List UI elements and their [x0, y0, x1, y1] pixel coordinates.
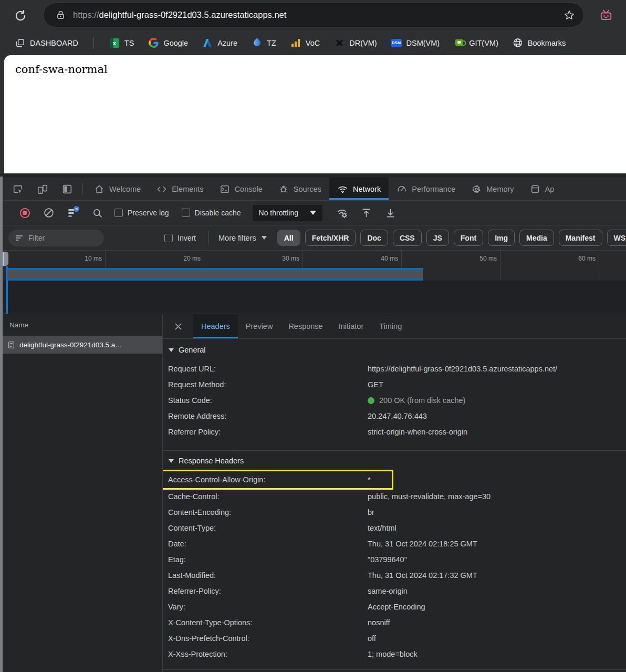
tick-label: 60 ms — [559, 251, 596, 266]
header-row-last-modified: Last-Modified: Thu, 31 Oct 2024 02:17:32… — [163, 567, 626, 583]
bookmark-ts[interactable]: x TS — [109, 38, 134, 48]
general-section-header[interactable]: General — [163, 339, 626, 361]
device-toolbar-button[interactable] — [30, 178, 55, 200]
devtools-tab-bar: Welcome Elements Console Sources Network… — [0, 178, 626, 201]
gauge-icon — [397, 184, 407, 194]
overview-activity-bar — [7, 268, 423, 281]
tab-label: Ap — [545, 185, 555, 193]
invert-checkbox[interactable]: Invert — [164, 234, 196, 242]
globe-icon — [513, 38, 523, 48]
details-tab-headers[interactable]: Headers — [193, 314, 238, 338]
bookmark-tz[interactable]: TZ — [252, 38, 276, 48]
filter-toggle-icon: × — [68, 209, 78, 217]
inspect-element-button[interactable] — [5, 178, 30, 200]
filter-input-box[interactable] — [8, 230, 104, 246]
code-icon — [156, 184, 167, 194]
disable-cache-checkbox[interactable]: Disable cache — [182, 209, 241, 217]
bookmark-git-vm[interactable]: GIT(VM) — [454, 38, 498, 48]
bookmark-google[interactable]: Google — [148, 38, 188, 48]
more-filters-label: More filters — [218, 234, 256, 242]
favorite-star-icon[interactable] — [564, 9, 575, 21]
filter-pill-css[interactable]: CSS — [393, 230, 422, 246]
filter-pill-js[interactable]: JS — [426, 230, 449, 246]
bookmark-label: Azure — [217, 39, 237, 47]
google-icon — [148, 38, 159, 48]
section-divider — [163, 669, 626, 670]
tab-label: Elements — [172, 185, 203, 193]
filter-pill-fetch-xhr[interactable]: Fetch/XHR — [305, 230, 356, 246]
close-details-button[interactable] — [163, 314, 193, 338]
export-har-button[interactable] — [378, 208, 402, 219]
clear-network-log-button[interactable] — [37, 207, 61, 219]
tab-label: Performance — [412, 185, 455, 193]
tab-sources[interactable]: Sources — [270, 178, 329, 200]
filter-pill-doc[interactable]: Doc — [360, 230, 388, 246]
details-tab-preview[interactable]: Preview — [238, 314, 281, 338]
chevron-down-icon — [310, 211, 316, 215]
invert-label: Invert — [178, 234, 196, 242]
tab-label: Network — [353, 185, 381, 193]
details-tab-timing[interactable]: Timing — [371, 314, 410, 338]
header-row-referrer-policy-response: Referrer-Policy: same-origin — [163, 583, 626, 599]
preserve-log-checkbox[interactable]: Preserve log — [114, 209, 169, 217]
network-conditions-button[interactable] — [330, 207, 354, 219]
browser-window: https://delightful-grass-0f2921d03.5.azu… — [0, 0, 626, 672]
import-arrow-up-icon — [361, 208, 372, 219]
bookmark-dr-vm[interactable]: ✕ DR(VM) — [334, 38, 377, 48]
request-list-name-column-header[interactable]: Name — [0, 314, 162, 336]
devtools-left-edge-scrollbar[interactable] — [0, 177, 3, 672]
filter-input[interactable] — [28, 234, 91, 242]
tab-welcome[interactable]: Welcome — [86, 178, 149, 200]
tab-console[interactable]: Console — [212, 178, 270, 200]
filter-pill-img[interactable]: Img — [488, 230, 515, 246]
details-tab-response[interactable]: Response — [280, 314, 330, 338]
details-tab-initiator[interactable]: Initiator — [331, 314, 372, 338]
filter-pill-media[interactable]: Media — [519, 230, 554, 246]
clear-icon — [43, 207, 55, 219]
bookmark-bookmarks[interactable]: Bookmarks — [513, 38, 566, 48]
header-row-x-dns-prefetch-control: X-Dns-Prefetch-Control: off — [163, 630, 626, 646]
import-har-button[interactable] — [354, 208, 378, 219]
tab-elements[interactable]: Elements — [149, 178, 211, 200]
search-button[interactable] — [85, 208, 109, 219]
more-filters-button[interactable]: More filters — [218, 234, 267, 242]
bar-chart-icon — [290, 38, 301, 48]
header-row-content-encoding: Content-Encoding: br — [163, 504, 626, 520]
filter-pill-all[interactable]: All — [277, 230, 300, 246]
address-bar[interactable]: https://delightful-grass-0f2921d03.5.azu… — [43, 3, 584, 27]
header-row-x-content-type-options: X-Content-Type-Options: nosniff — [163, 615, 626, 630]
header-row-request-method: Request Method: GET — [163, 377, 626, 392]
record-network-log-button[interactable] — [13, 208, 37, 218]
header-row-referrer-policy: Referrer Policy: strict-origin-when-cros… — [163, 424, 626, 440]
lock-icon[interactable] — [53, 10, 68, 20]
extension-tv-icon[interactable] — [598, 7, 614, 24]
collapse-triangle-icon — [169, 348, 174, 352]
response-headers-section-header[interactable]: Response Headers — [163, 451, 626, 471]
chip-icon — [471, 184, 482, 194]
tab-application[interactable]: Ap — [522, 178, 562, 200]
filter-toggle-button[interactable]: × — [61, 209, 85, 217]
filter-pill-font[interactable]: Font — [454, 230, 483, 246]
bookmark-voc[interactable]: VoC — [290, 38, 320, 48]
flame-icon — [252, 38, 262, 48]
bookmark-label: Google — [163, 39, 188, 47]
dock-side-button[interactable] — [55, 178, 79, 200]
filter-pill-ws[interactable]: WS — [607, 230, 626, 246]
header-row-access-control-allow-origin: Access-Control-Allow-Origin: * — [163, 471, 626, 489]
reload-button[interactable] — [12, 7, 29, 25]
network-overview[interactable] — [0, 266, 626, 314]
tab-performance[interactable]: Performance — [389, 178, 463, 200]
request-row[interactable]: delightful-grass-0f2921d03.5.a... — [0, 336, 162, 354]
throttling-select[interactable]: No throttling — [253, 205, 322, 221]
bookmark-dashboard[interactable]: DASHBOARD — [15, 38, 78, 48]
tick-label: 10 ms — [65, 251, 102, 266]
tab-memory[interactable]: Memory — [463, 178, 521, 200]
bookmark-azure[interactable]: Azure — [202, 38, 237, 48]
bookmark-dsm-vm[interactable]: DSM DSM(VM) — [391, 38, 440, 48]
tab-network[interactable]: Network — [329, 178, 389, 200]
dsm-badge-icon: DSM — [391, 38, 402, 48]
console-icon — [220, 184, 230, 194]
wifi-icon — [337, 183, 348, 194]
network-timeline-ruler[interactable]: 10 ms 20 ms 30 ms 40 ms 50 ms 60 ms — [0, 251, 626, 266]
filter-pill-manifest[interactable]: Manifest — [559, 230, 602, 246]
